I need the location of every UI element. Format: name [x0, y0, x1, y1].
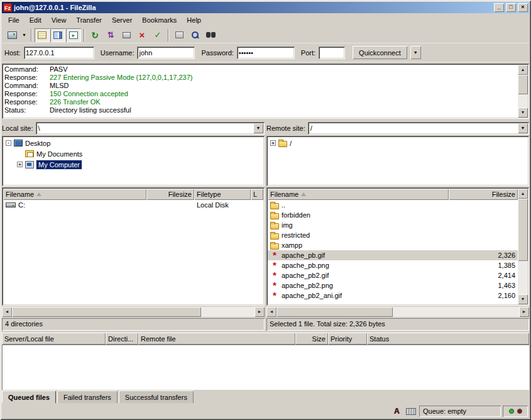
toggle-tree-views-button[interactable] — [50, 28, 65, 42]
password-label: Password: — [201, 49, 234, 57]
remote-site-label: Remote site: — [266, 124, 305, 132]
file-row[interactable]: restricted — [268, 230, 518, 240]
maximize-button[interactable]: □ — [506, 3, 516, 12]
remote-vertical-scrollbar[interactable]: ▲ ▼ — [518, 189, 528, 304]
disconnect-button[interactable]: ✓ — [150, 28, 165, 42]
message-log-icon — [38, 31, 47, 39]
quickconnect-button[interactable]: Quickconnect — [353, 46, 407, 59]
menu-help[interactable]: Help — [182, 14, 206, 26]
menu-file[interactable]: File — [3, 14, 25, 26]
remote-site-combo[interactable]: / ▼ — [308, 122, 529, 135]
password-input[interactable] — [237, 47, 295, 59]
remote-horizontal-scrollbar[interactable]: ◄ ► — [266, 307, 529, 317]
process-queue-button[interactable]: ⇅ — [103, 28, 118, 42]
site-manager-button[interactable] — [4, 28, 19, 42]
file-row[interactable]: *apache_pb2.gif 2,414 — [268, 270, 518, 280]
column-header-filesize[interactable]: Filesize — [449, 189, 518, 200]
tab-successful-transfers[interactable]: Successful transfers — [119, 390, 194, 403]
column-header-priority[interactable]: Priority — [328, 333, 367, 345]
remote-status-text: Selected 1 file. Total size: 2,326 bytes — [266, 318, 529, 331]
preview-button[interactable] — [119, 28, 134, 42]
log-line: Response: 227 Entering Passive Mode (127… — [4, 74, 517, 82]
local-status-text: 4 directories — [2, 318, 265, 331]
scroll-down-icon[interactable]: ▼ — [518, 108, 528, 118]
column-header-filename[interactable]: Filename — [3, 189, 146, 200]
column-header-status[interactable]: Status — [367, 333, 529, 345]
column-header-filename[interactable]: Filename — [268, 189, 449, 200]
expand-icon[interactable]: + — [17, 162, 23, 167]
log-vertical-scrollbar[interactable]: ▲ ▼ — [518, 65, 528, 118]
tab-failed-transfers[interactable]: Failed transfers — [57, 390, 118, 403]
column-header-lastmodified[interactable]: L — [251, 189, 263, 200]
quickconnect-dropdown-button[interactable]: ▼ — [410, 46, 421, 59]
search-button[interactable] — [187, 28, 202, 42]
cancel-operation-button[interactable]: × — [134, 28, 150, 42]
file-row[interactable]: forbidden — [268, 210, 518, 220]
expand-icon[interactable]: + — [270, 140, 276, 146]
queue-header: Server/Local file Directi... Remote file… — [2, 333, 529, 345]
queue-body[interactable] — [2, 345, 529, 390]
scrollbar-track — [518, 75, 528, 108]
file-row[interactable]: *apache_pb2_ani.gif 2,160 — [268, 290, 518, 301]
file-row[interactable]: xampp — [268, 240, 518, 250]
scrollbar-thumb[interactable] — [518, 75, 528, 94]
scrollbar-thumb[interactable] — [12, 307, 201, 317]
tree-item-root[interactable]: + / — [268, 138, 528, 148]
menu-server[interactable]: Server — [107, 14, 137, 26]
toolbar-separator — [31, 29, 32, 41]
scroll-down-icon[interactable]: ▼ — [518, 294, 528, 304]
chevron-down-icon[interactable]: ▼ — [518, 123, 528, 133]
menu-transfer[interactable]: Transfer — [71, 14, 107, 26]
local-site-combo[interactable]: \ ▼ — [36, 122, 265, 135]
file-size: 2,414 — [449, 272, 518, 279]
filter-button[interactable] — [172, 28, 187, 42]
host-input[interactable] — [24, 47, 94, 59]
column-header-filesize[interactable]: Filesize — [146, 189, 194, 200]
menu-edit[interactable]: Edit — [25, 14, 47, 26]
scroll-up-icon[interactable]: ▲ — [518, 65, 528, 75]
scroll-right-icon[interactable]: ► — [255, 307, 265, 317]
tree-item-my-computer[interactable]: + My Computer — [3, 159, 263, 170]
close-button[interactable]: × — [518, 3, 528, 12]
site-manager-dropdown-button[interactable]: ▼ — [20, 28, 28, 42]
my-computer-icon — [25, 161, 34, 169]
scrollbar-thumb[interactable] — [276, 307, 393, 317]
tree-item-desktop[interactable]: - Desktop — [3, 138, 263, 148]
file-row[interactable]: img — [268, 220, 518, 230]
column-header-server-local-file[interactable]: Server/Local file — [2, 333, 106, 345]
column-header-size[interactable]: Size — [295, 333, 328, 345]
minimize-button[interactable]: _ — [494, 3, 504, 12]
menu-bookmarks[interactable]: Bookmarks — [137, 14, 182, 26]
title-bar[interactable]: Fz john@127.0.0.1 - FileZilla _ □ × — [2, 2, 529, 13]
username-input[interactable] — [137, 47, 195, 59]
column-header-filetype[interactable]: Filetype — [194, 189, 251, 200]
chevron-down-icon[interactable]: ▼ — [253, 123, 263, 133]
toggle-transfer-queue-button[interactable]: ▸ — [66, 28, 81, 42]
column-header-direction[interactable]: Directi... — [106, 333, 138, 345]
collapse-icon[interactable]: - — [6, 140, 11, 146]
file-row[interactable]: *apache_pb.png 1,385 — [268, 260, 518, 270]
file-row[interactable]: *apache_pb2.png 1,463 — [268, 280, 518, 290]
tab-queued-files[interactable]: Queued files — [2, 390, 56, 403]
scroll-right-icon[interactable]: ► — [519, 307, 529, 317]
file-row[interactable]: .. — [268, 200, 518, 210]
column-header-remote-file[interactable]: Remote file — [138, 333, 295, 345]
file-row-c-drive[interactable]: C: Local Disk — [3, 200, 263, 210]
tree-item-my-documents[interactable]: My Documents — [3, 148, 263, 159]
scroll-up-icon[interactable]: ▲ — [518, 189, 528, 199]
log-text: 150 Connection accepted — [50, 90, 128, 98]
log-line: Command: MLSD — [4, 82, 517, 90]
remote-tree: + / — [266, 136, 529, 186]
refresh-button[interactable]: ↻ — [87, 28, 102, 42]
port-input[interactable] — [319, 47, 345, 59]
file-row-selected[interactable]: *apache_pb.gif 2,326 — [268, 250, 518, 260]
scrollbar-thumb[interactable] — [518, 199, 528, 261]
local-horizontal-scrollbar[interactable]: ◄ ► — [2, 307, 265, 317]
scroll-left-icon[interactable]: ◄ — [266, 307, 276, 317]
toggle-message-log-button[interactable] — [35, 28, 50, 42]
find-files-button[interactable] — [203, 28, 218, 42]
menu-view[interactable]: View — [47, 14, 72, 26]
log-line: Response: 226 Transfer OK — [4, 98, 517, 106]
file-name: C: — [18, 201, 25, 209]
scroll-left-icon[interactable]: ◄ — [2, 307, 12, 317]
